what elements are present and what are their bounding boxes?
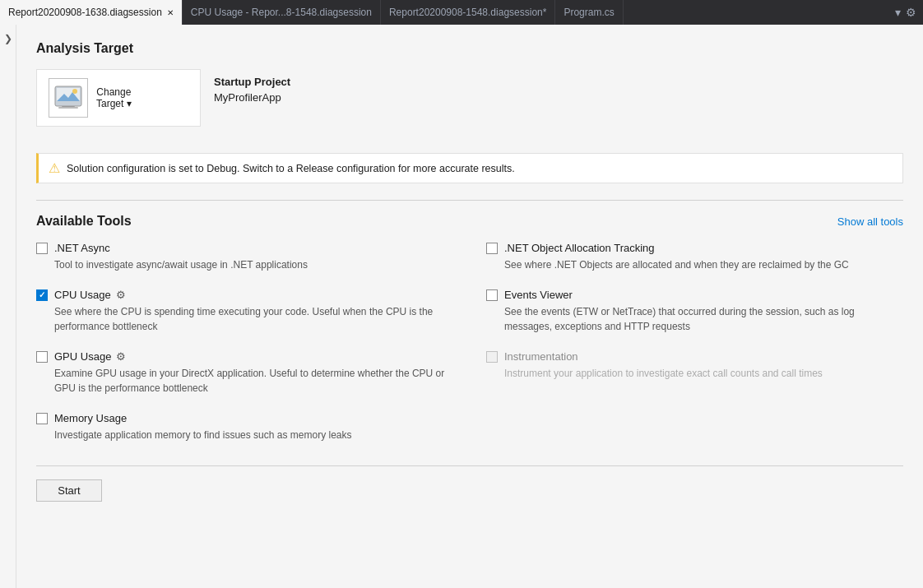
chevron-right-icon: ❯ [4, 33, 12, 44]
tool-item-events-viewer: Events ViewerSee the events (ETW or NetT… [486, 289, 903, 334]
tab-close-icon[interactable]: ✕ [167, 8, 174, 17]
tool-checkbox-gpu-usage[interactable] [36, 351, 48, 363]
tool-item-gpu-usage: GPU Usage⚙Examine GPU usage in your Dire… [36, 350, 453, 396]
tool-header: .NET Async [36, 242, 453, 254]
tab-program-cs[interactable]: Program.cs [555, 0, 623, 25]
tool-name-memory-usage: Memory Usage [54, 412, 127, 424]
tool-desc-instrumentation: Instrument your application to investiga… [504, 366, 903, 381]
target-change-label[interactable]: Change Target ▾ [96, 86, 132, 109]
dropdown-icon[interactable]: ▾ [895, 6, 901, 19]
tool-item-cpu-usage: CPU Usage⚙See where the CPU is spending … [36, 289, 453, 334]
tool-item-empty [486, 412, 903, 442]
settings-icon[interactable]: ⚙ [906, 6, 916, 19]
tool-name-cpu-usage: CPU Usage [54, 289, 111, 301]
tool-desc-cpu-usage: See where the CPU is spending time execu… [54, 304, 453, 334]
tools-grid: .NET AsyncTool to investigate async/awai… [36, 242, 903, 459]
tab-label: CPU Usage - Repor...8-1548.diagsession [191, 7, 372, 18]
warning-bar: ⚠ Solution configuration is set to Debug… [36, 153, 903, 183]
tab-label: Report20200908-1638.diagsession [8, 7, 162, 18]
project-name: MyProfilerApp [214, 91, 290, 104]
tool-checkbox-dotnet-object[interactable] [486, 243, 498, 254]
tool-name-dotnet-object: .NET Object Allocation Tracking [504, 242, 655, 254]
section-divider [36, 200, 903, 201]
tool-checkbox-dotnet-async[interactable] [36, 243, 48, 254]
tab-cpu-usage[interactable]: CPU Usage - Repor...8-1548.diagsession [183, 0, 381, 25]
tab-label: Program.cs [564, 7, 614, 18]
main-content: Analysis Target Change Target ▾ [16, 25, 923, 588]
tool-header: Memory Usage [36, 412, 453, 424]
warning-icon: ⚠ [49, 160, 60, 176]
tool-desc-memory-usage: Investigate application memory to find i… [54, 428, 453, 442]
tool-checkbox-events-viewer[interactable] [486, 289, 498, 301]
target-image-icon [53, 83, 83, 113]
gear-icon-gpu-usage[interactable]: ⚙ [116, 350, 126, 363]
tool-name-dotnet-async: .NET Async [54, 242, 110, 254]
title-bar: Report20200908-1638.diagsession ✕ CPU Us… [0, 0, 923, 25]
tool-header: CPU Usage⚙ [36, 289, 453, 301]
project-label: Startup Project [214, 76, 290, 88]
tool-desc-events-viewer: See the events (ETW or NetTrace) that oc… [504, 304, 903, 334]
tool-item-memory-usage: Memory UsageInvestigate application memo… [36, 412, 453, 442]
tool-desc-dotnet-async: Tool to investigate async/await usage in… [54, 257, 453, 272]
tool-checkbox-instrumentation[interactable] [486, 351, 498, 363]
tool-name-instrumentation: Instrumentation [504, 350, 578, 363]
start-button[interactable]: Start [36, 479, 102, 502]
svg-point-3 [72, 89, 77, 94]
tool-name-gpu-usage: GPU Usage [54, 350, 111, 363]
tools-header: Available Tools Show all tools [36, 214, 903, 229]
tool-item-instrumentation: InstrumentationInstrument your applicati… [486, 350, 903, 396]
tool-header: Instrumentation [486, 350, 903, 363]
target-icon [49, 78, 88, 118]
tab-report-1548[interactable]: Report20200908-1548.diagsession* [381, 0, 555, 25]
tab-cpu-usage-1548[interactable]: Report20200908-1638.diagsession ✕ [0, 0, 183, 25]
sidebar-toggle[interactable]: ❯ [0, 25, 16, 588]
title-bar-actions: ▾ ⚙ [884, 6, 923, 19]
tool-item-dotnet-async: .NET AsyncTool to investigate async/awai… [36, 242, 453, 272]
tool-checkbox-memory-usage[interactable] [36, 413, 48, 424]
bottom-section: Start [36, 465, 903, 502]
svg-rect-5 [58, 107, 78, 109]
available-tools-title: Available Tools [36, 214, 132, 229]
tool-desc-dotnet-object: See where .NET Objects are allocated and… [504, 257, 903, 272]
analysis-target-title: Analysis Target [36, 41, 903, 56]
tool-desc-gpu-usage: Examine GPU usage in your DirectX applic… [54, 366, 453, 396]
tool-header: Events Viewer [486, 289, 903, 301]
tool-item-dotnet-object: .NET Object Allocation TrackingSee where… [486, 242, 903, 272]
gear-icon-cpu-usage[interactable]: ⚙ [116, 289, 126, 301]
tool-header: .NET Object Allocation Tracking [486, 242, 903, 254]
show-all-tools-link[interactable]: Show all tools [837, 215, 903, 228]
warning-text: Solution configuration is set to Debug. … [67, 163, 515, 174]
tab-label: Report20200908-1548.diagsession* [389, 7, 546, 18]
tool-name-events-viewer: Events Viewer [504, 289, 573, 301]
target-card[interactable]: Change Target ▾ [36, 69, 201, 127]
tool-checkbox-cpu-usage[interactable] [36, 289, 48, 301]
target-project-info: Startup Project MyProfilerApp [214, 76, 290, 104]
tool-header: GPU Usage⚙ [36, 350, 453, 363]
